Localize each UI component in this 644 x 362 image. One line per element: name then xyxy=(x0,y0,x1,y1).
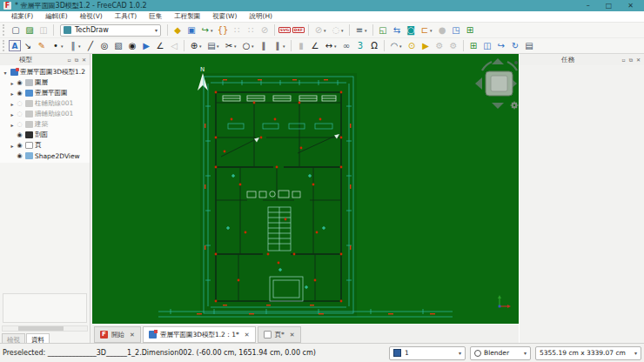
tree-item-layers[interactable]: ▸ ◉ 圖層 xyxy=(2,77,90,88)
cube-arrow-left[interactable] xyxy=(475,77,482,90)
balloon-blue-button[interactable]: ▶ xyxy=(139,39,153,52)
tree-item-shape2dview[interactable]: ◉ Shape2DView xyxy=(2,151,90,161)
workbench-selector[interactable]: TechDraw ▾ xyxy=(60,24,161,37)
toolbar-handle[interactable] xyxy=(3,24,6,36)
dock-restore-icon[interactable]: ▫ xyxy=(68,57,71,63)
select-cursor-button[interactable]: ▶ xyxy=(419,39,433,52)
horizontal-scrollbar[interactable] xyxy=(2,325,88,332)
expander-icon[interactable]: ▸ xyxy=(9,90,16,97)
toolbar-handle[interactable] xyxy=(3,40,6,51)
expander-icon[interactable]: ▸ xyxy=(9,111,16,117)
insert-view-button[interactable]: ◱ xyxy=(376,23,390,37)
create-part-button[interactable]: ◆ xyxy=(171,23,184,37)
save-button[interactable]: ◫ xyxy=(37,23,50,37)
tree-item-wall-guides[interactable]: ▸ ◌ 牆輔助線001 xyxy=(2,109,90,119)
no-entry-button[interactable]: ⊘ xyxy=(258,23,272,37)
insert-page-button[interactable]: ⊞ xyxy=(466,39,480,52)
tree-item-column-guides[interactable]: ▸ ◌ 柱輔助線001 xyxy=(2,98,90,109)
navigation-style-combo[interactable]: Blender ▾ xyxy=(470,346,531,360)
new-page-button[interactable]: ⊞ xyxy=(463,23,477,37)
expander-icon[interactable]: ▾ xyxy=(2,70,9,76)
dxf-export-button[interactable]: DXF xyxy=(292,23,305,37)
block-button[interactable]: ▮ xyxy=(294,39,308,52)
macro-button[interactable]: {} xyxy=(216,23,230,37)
tab-document-3d[interactable]: 壹層平面圖3D模型1.2 : 1* ✕ xyxy=(143,326,256,343)
scrollbar-thumb[interactable] xyxy=(18,326,64,331)
tool-b-button[interactable]: ⚙ xyxy=(446,39,460,52)
cut-tool-button[interactable]: ✂ xyxy=(222,39,236,52)
hatch-button[interactable]: ▤ xyxy=(205,39,218,52)
menu-windows[interactable]: 視窗(W) xyxy=(206,12,243,21)
speaker-button[interactable]: ◁ xyxy=(167,39,181,52)
annotation-button[interactable]: A xyxy=(9,40,21,51)
eye-icon[interactable]: ◉ xyxy=(16,79,23,86)
dock-float-icon[interactable]: ⧉ xyxy=(629,57,633,64)
tab-start[interactable]: F 開始 ✕ xyxy=(94,326,141,343)
eye-closed-icon[interactable]: ◌ xyxy=(16,121,23,128)
diameter-dimension-button[interactable]: ⊘ xyxy=(312,23,325,37)
minimize-button[interactable]: – xyxy=(587,0,590,11)
maximize-button[interactable]: □ xyxy=(606,0,613,11)
angle-check-button[interactable]: ∠ xyxy=(153,39,167,52)
magnifier-button[interactable]: ⊙ xyxy=(405,39,419,52)
menu-techdraw[interactable]: 工程製圖 xyxy=(168,12,206,21)
window-link-button[interactable]: ◳ xyxy=(449,23,463,37)
vertex-dims-button[interactable]: ‖ xyxy=(66,39,80,52)
menu-macro[interactable]: 巨集 xyxy=(143,12,168,21)
centerline-button[interactable]: ⊕ xyxy=(187,39,201,52)
tree-root[interactable]: ▾ 壹層平面圖3D模型1.2 xyxy=(2,67,90,77)
tool-a-button[interactable]: ⚙ xyxy=(433,39,446,52)
new-file-button[interactable]: ▢ xyxy=(9,23,23,37)
ordinate-dimension-button[interactable]: 3 xyxy=(353,39,367,52)
camera-button[interactable]: ◙ xyxy=(404,23,418,37)
tree-item-section[interactable]: ◉ 剖面 xyxy=(2,130,90,140)
leader-line-button[interactable]: ↘ xyxy=(21,39,35,52)
point-tool-button[interactable]: • xyxy=(49,39,63,52)
angle-dimension-button[interactable]: ∠ xyxy=(308,39,322,52)
cube-settings-gear-icon[interactable] xyxy=(511,102,519,110)
refresh-view-button[interactable]: ↻ xyxy=(508,39,522,52)
dock-restore-icon[interactable]: ▫ xyxy=(622,57,626,63)
property-grid[interactable] xyxy=(3,293,87,323)
menu-view[interactable]: 檢視(V) xyxy=(74,12,109,21)
grid-tool-b-button[interactable]: ∷ xyxy=(244,23,258,37)
expander-icon[interactable]: ▸ xyxy=(9,80,16,86)
expander-icon[interactable]: ▸ xyxy=(9,101,16,107)
menu-edit[interactable]: 編輯(E) xyxy=(39,12,74,21)
expander-icon[interactable]: ▸ xyxy=(9,143,16,149)
balloon-button[interactable]: ◌ xyxy=(329,23,343,37)
eye-icon[interactable]: ◉ xyxy=(16,90,23,97)
parallel-b-button[interactable]: ∥ xyxy=(271,39,285,52)
navigation-cube[interactable] xyxy=(475,58,519,110)
page-size-combo[interactable]: 5355.19 cm x 3339.07 cm ▾ xyxy=(535,346,641,360)
print-button[interactable]: ▤ xyxy=(522,39,536,52)
close-icon[interactable]: ✕ xyxy=(290,332,295,339)
clip-group-button[interactable]: ⊏ xyxy=(418,23,432,37)
protractor-button[interactable]: ◠ xyxy=(387,39,401,52)
close-icon[interactable]: ✕ xyxy=(245,332,250,339)
eye-closed-icon[interactable]: ◌ xyxy=(16,100,23,107)
eye-icon[interactable]: ◉ xyxy=(16,131,23,138)
make-link-button[interactable]: ↪ xyxy=(198,23,212,37)
menu-tools[interactable]: 工具(T) xyxy=(109,12,143,21)
eye-icon[interactable]: ◉ xyxy=(16,152,23,159)
face-tool-button[interactable]: ▧ xyxy=(111,39,125,52)
circle-tool-button[interactable]: ◎ xyxy=(97,39,111,52)
svg-import-button[interactable]: SVG xyxy=(278,23,292,37)
dock-close-icon[interactable]: ✕ xyxy=(82,57,86,63)
cube-corner-dot[interactable] xyxy=(514,61,518,64)
3d-viewport[interactable]: N xyxy=(92,54,519,324)
chain-dimension-button[interactable]: ∞ xyxy=(339,39,353,52)
sync-views-button[interactable]: ⇆ xyxy=(390,23,404,37)
tab-page[interactable]: 頁* ✕ xyxy=(258,326,301,343)
menu-file[interactable]: 檔案(F) xyxy=(5,12,39,21)
tree-item-floorplan[interactable]: ▸ ◉ 壹層平面圖 xyxy=(2,88,90,98)
eye-icon[interactable]: ◉ xyxy=(16,142,23,149)
cube-arrow-up[interactable] xyxy=(492,58,504,64)
horizontal-dimension-button[interactable]: ↔ xyxy=(322,39,336,52)
page-forward-button[interactable]: ↪ xyxy=(494,39,508,52)
save-page-button[interactable]: ◫ xyxy=(480,39,494,52)
eye-closed-icon[interactable]: ◌ xyxy=(16,111,23,117)
sphere-button[interactable]: ● xyxy=(435,23,449,37)
tree-item-page[interactable]: ▸ ◉ 頁 xyxy=(2,140,90,151)
